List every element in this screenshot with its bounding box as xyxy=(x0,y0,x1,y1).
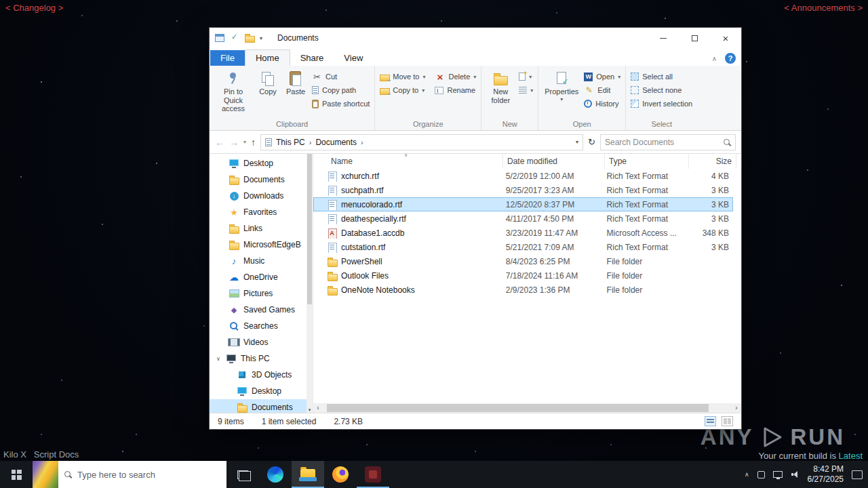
new-folder-button[interactable]: New folder xyxy=(485,68,516,106)
copy-button[interactable]: Copy xyxy=(255,68,281,98)
forward-button[interactable]: → xyxy=(229,137,239,148)
sidebar-item-searches[interactable]: Searches xyxy=(210,318,313,334)
back-button[interactable]: ← xyxy=(215,137,224,148)
address-bar[interactable]: This PC › Documents › ▾ xyxy=(260,134,583,150)
edit-button[interactable]: ✎Edit xyxy=(583,85,622,96)
folder-row-outlook-files[interactable]: Outlook Files 7/18/2024 11:16 AM File fo… xyxy=(313,268,733,283)
qat-customize-caret-icon[interactable]: ▾ xyxy=(260,35,262,41)
history-button[interactable]: History xyxy=(583,98,622,109)
column-header-type[interactable]: Type xyxy=(605,154,689,169)
tray-app-icon[interactable] xyxy=(757,471,765,479)
sidebar-item-pictures[interactable]: Pictures xyxy=(210,285,313,302)
taskbar-search[interactable]: Type here to search xyxy=(33,461,226,488)
collapse-ribbon-icon[interactable]: ∧ xyxy=(712,55,717,62)
edge-button[interactable] xyxy=(259,461,292,488)
pin-to-quick-access-button[interactable]: Pin to Quick access xyxy=(213,68,254,115)
rename-button[interactable]: Rename xyxy=(433,85,477,96)
announcements-link[interactable]: < Announcements > xyxy=(784,3,863,13)
qat-new-folder-icon[interactable] xyxy=(245,34,254,42)
paste-shortcut-button[interactable]: Paste shortcut xyxy=(311,98,371,109)
file-explorer-button[interactable] xyxy=(292,461,324,488)
up-button[interactable]: ↑ xyxy=(251,137,256,148)
sample-app-button[interactable] xyxy=(357,461,389,488)
address-dropdown-caret-icon[interactable]: ▾ xyxy=(576,139,578,145)
sidebar-item-saved-games[interactable]: Saved Games xyxy=(210,302,313,318)
horizontal-scrollbar-thumb[interactable] xyxy=(327,404,709,412)
properties-button[interactable]: Properties ▾ xyxy=(542,68,581,104)
horizontal-scrollbar[interactable]: ‹ › xyxy=(313,403,741,413)
column-header-size[interactable]: Size xyxy=(689,154,736,169)
task-view-button[interactable] xyxy=(226,461,259,488)
hidden-icons-chevron-icon[interactable]: ∧ xyxy=(745,471,749,478)
sidebar-item-documents-selected[interactable]: Documents xyxy=(210,399,313,413)
changelog-link[interactable]: < Changelog > xyxy=(5,3,63,13)
sidebar-item-links[interactable]: Links xyxy=(210,220,313,237)
tab-view[interactable]: View xyxy=(334,50,373,66)
recent-locations-caret-icon[interactable]: ▾ xyxy=(243,139,246,145)
qat-properties-icon[interactable] xyxy=(230,34,239,42)
search-box[interactable]: Search Documents xyxy=(600,134,736,150)
breadcrumb-documents[interactable]: Documents xyxy=(315,138,357,147)
tab-file[interactable]: File xyxy=(210,50,245,66)
breadcrumb-this-pc[interactable]: This PC xyxy=(276,138,305,147)
minimize-button[interactable] xyxy=(648,28,679,48)
file-row-database1[interactable]: Database1.accdb 3/23/2019 11:47 AM Micro… xyxy=(313,226,733,240)
sidebar-item-downloads[interactable]: Downloads xyxy=(210,188,313,204)
sidebar-item-videos[interactable]: Videos xyxy=(210,334,313,350)
breadcrumb-chevron-icon[interactable]: › xyxy=(309,138,312,146)
expand-chevron-icon[interactable]: ∨ xyxy=(216,356,220,362)
copy-to-button[interactable]: Copy to▾ xyxy=(378,85,427,96)
sidebar-item-favorites[interactable]: Favorites xyxy=(210,204,313,220)
file-row-xchurch[interactable]: xchurch.rtf 5/2/2019 12:00 AM Rich Text … xyxy=(313,169,733,183)
firefox-button[interactable] xyxy=(324,461,357,488)
delete-button[interactable]: ×Delete▾ xyxy=(433,71,477,82)
volume-icon[interactable] xyxy=(791,470,800,479)
thumbnails-view-button[interactable] xyxy=(722,416,733,426)
easy-access-button[interactable]: ▾ xyxy=(517,85,534,96)
maximize-button[interactable] xyxy=(679,28,710,48)
sidebar-item-music[interactable]: Music xyxy=(210,253,313,269)
select-all-button[interactable]: Select all xyxy=(629,71,694,82)
sidebar-item-this-pc[interactable]: ∨This PC xyxy=(210,350,313,367)
file-row-cutstation[interactable]: cutstation.rtf 5/21/2021 7:09 AM Rich Te… xyxy=(313,240,733,254)
sidebar-item-desktop[interactable]: Desktop xyxy=(210,155,313,171)
details-view-button[interactable] xyxy=(705,416,716,426)
network-icon[interactable] xyxy=(773,471,783,478)
file-row-deathespecially[interactable]: deathespecially.rtf 4/11/2017 4:50 PM Ri… xyxy=(313,211,733,226)
move-to-button[interactable]: Move to▾ xyxy=(378,71,427,82)
folder-row-powershell[interactable]: PowerShell 8/4/2023 6:25 PM File folder xyxy=(313,254,733,268)
cut-button[interactable]: ✂Cut xyxy=(311,71,371,82)
sidebar-item-microsoftedge[interactable]: MicrosoftEdgeB xyxy=(210,237,313,253)
sidebar-item-3d-objects[interactable]: 3D Objects xyxy=(210,367,313,383)
taskbar-clock[interactable]: 8:42 PM 6/27/2025 xyxy=(808,464,844,485)
title-bar[interactable]: ▾ Documents × xyxy=(210,28,741,48)
invert-selection-button[interactable]: Invert selection xyxy=(629,98,694,109)
file-row-menucolorado-selected[interactable]: menucolorado.rtf 12/5/2020 8:37 PM Rich … xyxy=(313,197,733,211)
sidebar-item-documents[interactable]: Documents xyxy=(210,171,313,188)
paste-button[interactable]: Paste xyxy=(282,68,309,98)
folder-row-onenote-notebooks[interactable]: OneNote Notebooks 2/9/2023 1:36 PM File … xyxy=(313,283,733,297)
file-row-suchpath[interactable]: suchpath.rtf 9/25/2017 3:23 AM Rich Text… xyxy=(313,183,733,197)
new-item-button[interactable]: ▾ xyxy=(517,71,534,82)
scroll-down-icon[interactable]: ▾ xyxy=(307,407,313,413)
nav-scrollbar-thumb[interactable] xyxy=(307,154,312,304)
search-highlight-image[interactable] xyxy=(33,461,58,488)
help-icon[interactable]: ? xyxy=(725,53,736,64)
column-header-date-modified[interactable]: Date modified xyxy=(503,154,605,169)
sidebar-item-onedrive[interactable]: OneDrive xyxy=(210,269,313,285)
close-button[interactable]: × xyxy=(710,28,741,48)
sidebar-item-desktop-pc[interactable]: Desktop xyxy=(210,383,313,399)
open-button[interactable]: Open▾ xyxy=(583,71,622,82)
tab-home[interactable]: Home xyxy=(245,49,290,66)
breadcrumb-chevron-icon[interactable]: › xyxy=(361,138,363,146)
scroll-left-icon[interactable]: ‹ xyxy=(313,403,323,413)
scroll-right-icon[interactable]: › xyxy=(732,403,741,413)
build-status[interactable]: Latest xyxy=(839,451,863,461)
nav-scrollbar[interactable]: ▾ xyxy=(307,154,313,413)
refresh-icon[interactable]: ↻ xyxy=(588,137,595,147)
column-header-name[interactable]: Name∨ xyxy=(313,154,503,169)
action-center-icon[interactable] xyxy=(852,470,863,479)
start-button[interactable] xyxy=(0,461,33,488)
select-none-button[interactable]: Select none xyxy=(629,85,694,96)
copy-path-button[interactable]: Copy path xyxy=(311,85,371,96)
